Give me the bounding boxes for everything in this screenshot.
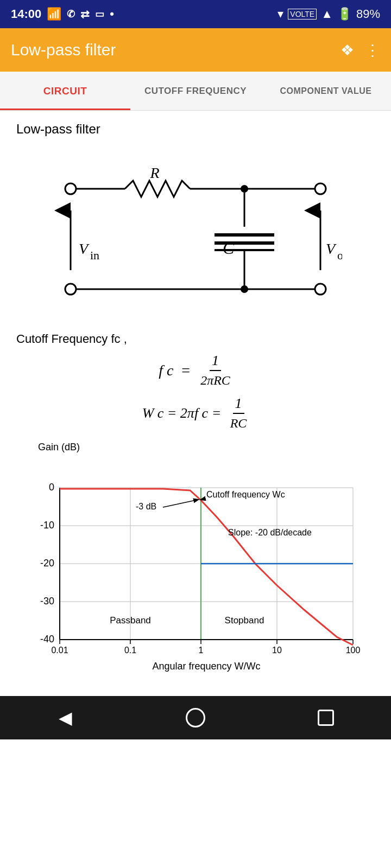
circuit-diagram: R C: [16, 145, 375, 319]
svg-text:in: in: [90, 248, 99, 262]
share-icon[interactable]: ❖: [340, 41, 354, 59]
back-button[interactable]: ◀: [49, 701, 81, 734]
dot-icon: •: [110, 7, 114, 21]
svg-line-51: [201, 499, 205, 500]
status-bar: 14:00 📶 ✆ ⇄ ▭ • ▾ VOLTE ▲ 🔋 89%: [0, 0, 391, 28]
battery-icon: 🔋: [337, 7, 352, 21]
bode-plot: 0 -10 -20 -30 -40 0.01 0.1 1 10 100 Angu…: [16, 455, 375, 672]
svg-text:out: out: [337, 248, 342, 262]
svg-text:V: V: [79, 240, 90, 257]
formula-label: Cutoff Frequency fc ,: [16, 332, 375, 346]
volte-icon: VOLTE: [288, 9, 317, 20]
back-icon[interactable]: ◀: [59, 707, 72, 728]
signal-icon: 📶: [47, 7, 61, 21]
status-time: 14:00: [11, 7, 41, 21]
battery-pct: 89%: [356, 7, 380, 21]
svg-text:V: V: [326, 240, 337, 257]
svg-text:-40: -40: [40, 634, 54, 644]
svg-text:10: 10: [272, 646, 282, 655]
wc-denominator: RC: [228, 415, 249, 431]
formula-fc: f c = 1 2πRC: [16, 353, 375, 388]
svg-line-49: [163, 500, 198, 507]
app-title: Low-pass filter: [11, 41, 116, 59]
svg-text:Angular frequency W/Wc: Angular frequency W/Wc: [152, 661, 260, 672]
svg-point-13: [65, 183, 76, 194]
svg-point-12: [241, 285, 248, 293]
svg-point-14: [65, 284, 76, 295]
svg-text:C: C: [223, 238, 235, 258]
status-right: ▾ VOLTE ▲ 🔋 89%: [278, 7, 380, 21]
circuit-svg: R C: [49, 145, 342, 319]
wc-fraction: 1 RC: [228, 395, 249, 431]
svg-text:Cutoff frequency Wc: Cutoff frequency Wc: [206, 490, 285, 499]
svg-text:100: 100: [346, 646, 361, 655]
app-bar-icons: ❖ ⋮: [340, 41, 380, 59]
svg-text:1: 1: [199, 646, 204, 655]
denominator-2pirc: 2πRC: [198, 372, 232, 388]
tab-bar: CIRCUIT CUTOFF FREQUENCY COMPONENT VALUE: [0, 72, 391, 111]
equals-sign: =: [178, 362, 194, 379]
more-icon[interactable]: ⋮: [365, 41, 380, 59]
formula-wc: W c = 2πf c = 1 RC: [16, 395, 375, 431]
y-axis-label: Gain (dB): [38, 442, 375, 453]
svg-text:Stopband: Stopband: [225, 615, 264, 626]
svg-text:R: R: [149, 164, 159, 181]
svg-text:-30: -30: [40, 596, 54, 607]
svg-point-16: [315, 284, 326, 295]
circuit-title: Low-pass filter: [16, 122, 375, 137]
recents-icon[interactable]: [318, 710, 334, 726]
call-icon: ✆: [67, 8, 75, 20]
wc-numerator: 1: [233, 395, 244, 414]
svg-text:Passband: Passband: [110, 615, 151, 626]
svg-text:-3 dB: -3 dB: [136, 502, 156, 511]
fc-fraction: 1 2πRC: [198, 353, 232, 388]
formula-fc-text: f c: [159, 362, 173, 379]
chart-container: Gain (dB) 0 -10 -20 -30 -40: [16, 442, 375, 674]
home-button[interactable]: [179, 701, 212, 734]
home-icon[interactable]: [186, 708, 205, 727]
tab-circuit[interactable]: CIRCUIT: [0, 72, 130, 110]
signal2-icon: ▲: [321, 7, 333, 21]
sync-icon: ⇄: [80, 8, 90, 21]
phone-icon: ▭: [95, 8, 104, 20]
wc-text: W c = 2πf c =: [142, 405, 225, 422]
svg-text:-10: -10: [40, 520, 54, 531]
recents-button[interactable]: [310, 701, 342, 734]
svg-text:-20: -20: [40, 558, 54, 569]
main-content: Low-pass filter R C: [0, 111, 391, 685]
formula-section: Cutoff Frequency fc , f c = 1 2πRC W c =…: [16, 332, 375, 431]
svg-point-15: [315, 183, 326, 194]
app-bar: Low-pass filter ❖ ⋮: [0, 28, 391, 72]
svg-text:0: 0: [49, 482, 54, 493]
tab-cutoff[interactable]: CUTOFF FREQUENCY: [130, 72, 261, 110]
svg-text:Slope: -20 dB/decade: Slope: -20 dB/decade: [228, 528, 312, 537]
bottom-nav: ◀: [0, 696, 391, 739]
svg-text:0.01: 0.01: [51, 646, 68, 655]
wifi-icon: ▾: [278, 7, 283, 21]
numerator-1: 1: [210, 353, 221, 371]
svg-text:0.1: 0.1: [124, 646, 136, 655]
tab-component[interactable]: COMPONENT VALUE: [261, 72, 391, 110]
status-left: 14:00 📶 ✆ ⇄ ▭ •: [11, 7, 114, 21]
